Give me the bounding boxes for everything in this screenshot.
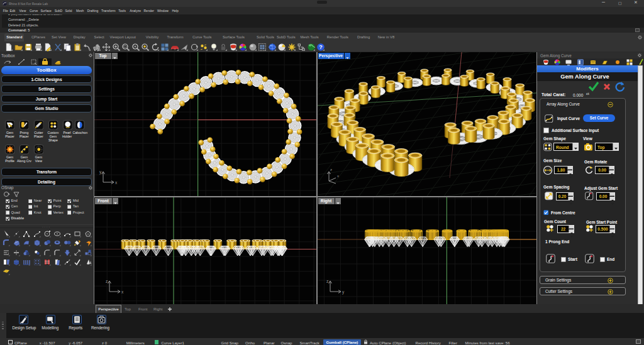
svg-text:x: x — [337, 174, 339, 178]
svg-text:x: x — [115, 180, 118, 185]
svg-text:z: z — [106, 279, 108, 283]
svg-text:?: ? — [319, 44, 323, 50]
svg-text:z: z — [330, 168, 332, 172]
svg-text:z: z — [326, 279, 328, 283]
svg-text:x: x — [121, 290, 124, 294]
svg-text:y: y — [342, 290, 345, 295]
